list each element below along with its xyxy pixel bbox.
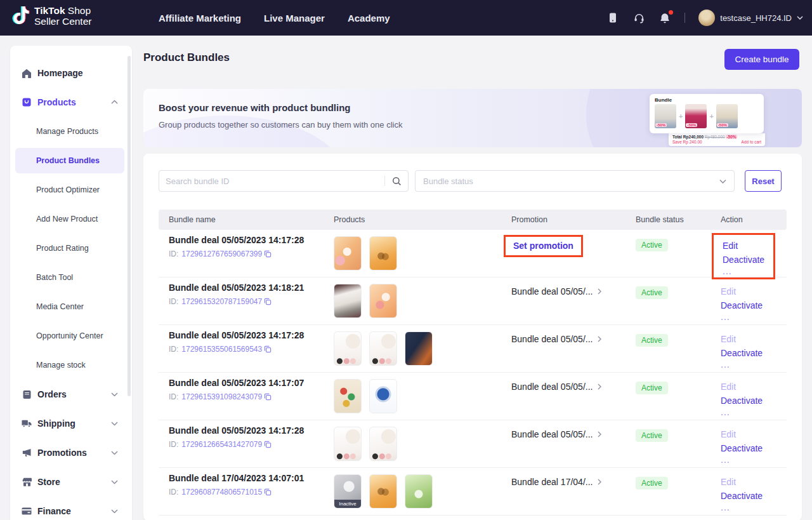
- brand-text: TikTok Shop Seller Center: [34, 5, 91, 27]
- sidebar-item-manage-stock[interactable]: Manage stock: [10, 350, 132, 380]
- edit-link[interactable]: Edit: [721, 382, 787, 392]
- sidebar-item-add-new-product[interactable]: Add New Product: [10, 204, 132, 234]
- notifications-bell-icon[interactable]: [658, 11, 671, 24]
- nav-affiliate-marketing[interactable]: Affiliate Marketing: [159, 13, 241, 23]
- sidebar-item-promotions[interactable]: Promotions: [10, 438, 132, 467]
- promotion-link[interactable]: Bundle deal 05/05/...: [511, 286, 636, 297]
- product-thumbnail: [369, 236, 397, 270]
- brand-shop: Shop: [68, 5, 91, 16]
- bundle-id: 1729608774806571015: [181, 488, 262, 497]
- old-price: Rp480,000: [705, 135, 725, 139]
- sidebar-item-media-center[interactable]: Media Center: [10, 292, 132, 321]
- copy-icon[interactable]: [264, 345, 272, 353]
- illustration-product-image: -50%: [655, 104, 676, 128]
- id-prefix: ID:: [169, 488, 178, 497]
- deactivate-link[interactable]: Deactivate: [721, 443, 787, 453]
- bundle-name: Bundle deal 05/05/2023 14:17:28: [169, 235, 334, 245]
- promotion-link[interactable]: Bundle deal 17/04/...: [511, 477, 636, 487]
- set-promotion-link[interactable]: Set promotion: [513, 241, 573, 251]
- user-account-menu[interactable]: testcase_HH724.ID: [698, 10, 803, 26]
- sidebar-item-orders[interactable]: Orders: [10, 380, 132, 409]
- table-row: Bundle deal 05/05/2023 14:17:07 ID:17296…: [159, 373, 787, 420]
- product-thumbnail: Inactive: [334, 474, 362, 509]
- nav-live-manager[interactable]: Live Manager: [264, 13, 325, 23]
- create-bundle-button[interactable]: Create bundle: [724, 49, 799, 70]
- finance-card-icon: [22, 506, 32, 516]
- more-actions-link[interactable]: ...: [721, 410, 787, 415]
- chevron-down-icon: [111, 451, 118, 455]
- sidebar-scrollbar[interactable]: [128, 56, 131, 396]
- status-badge: Active: [636, 239, 668, 251]
- inactive-tag: Inactive: [334, 500, 361, 508]
- products-cell: [334, 230, 511, 279]
- copy-icon[interactable]: [264, 298, 272, 305]
- deactivate-link[interactable]: Deactivate: [723, 255, 764, 265]
- table-header: Bundle name Products Promotion Bundle st…: [159, 210, 787, 230]
- topbar: TikTok Shop Seller Center Affiliate Mark…: [0, 0, 812, 36]
- sidebar-item-homepage[interactable]: Homepage: [10, 58, 132, 88]
- search-bundle-field: [159, 170, 409, 192]
- id-prefix: ID:: [169, 250, 178, 258]
- edit-link[interactable]: Edit: [723, 241, 764, 251]
- search-icon[interactable]: [385, 177, 408, 186]
- products-cell: [334, 420, 511, 467]
- sidebar-item-product-rating[interactable]: Product Rating: [10, 234, 132, 263]
- sidebar-item-product-bundles[interactable]: Product Bundles: [10, 146, 132, 175]
- tiktok-shop-logo[interactable]: TikTok Shop Seller Center: [11, 5, 91, 27]
- promotion-link[interactable]: Bundle deal 05/05/...: [511, 334, 636, 344]
- table-body: Bundle deal 05/05/2023 14:17:28 ID:17296…: [159, 230, 787, 516]
- chevron-right-icon: [598, 336, 601, 342]
- promo-banner: Boost your revenue with product bundling…: [143, 89, 802, 147]
- edit-link[interactable]: Edit: [721, 477, 787, 487]
- product-thumbnail: [369, 474, 397, 509]
- sidebar-item-product-optimizer[interactable]: Product Optimizer: [10, 175, 132, 204]
- reset-button[interactable]: Reset: [745, 170, 782, 192]
- copy-icon[interactable]: [264, 393, 272, 401]
- more-actions-link[interactable]: ...: [721, 505, 787, 510]
- search-input[interactable]: [159, 177, 384, 186]
- status-badge: Active: [636, 286, 668, 299]
- sidebar-item-opportunity-center[interactable]: Opportunity Center: [10, 321, 132, 350]
- sidebar-item-finance[interactable]: Finance: [10, 497, 132, 520]
- copy-icon[interactable]: [264, 488, 272, 496]
- edit-link[interactable]: Edit: [721, 334, 787, 344]
- promotion-link[interactable]: Bundle deal 05/05/...: [511, 382, 636, 392]
- promotion-link[interactable]: Bundle deal 05/05/...: [511, 429, 636, 439]
- table-row: Bundle deal 05/05/2023 14:17:28 ID:17296…: [159, 230, 787, 277]
- deactivate-link[interactable]: Deactivate: [721, 348, 787, 358]
- support-headset-icon[interactable]: [632, 11, 645, 24]
- copy-icon[interactable]: [264, 441, 272, 448]
- product-thumbnail: [369, 331, 397, 366]
- product-bundles-page: { "topbar": { "brand_bold": "TikTok", "b…: [0, 0, 812, 520]
- edit-link[interactable]: Edit: [721, 429, 787, 439]
- sidebar-item-store[interactable]: Store: [10, 467, 132, 497]
- status-badge: Active: [636, 334, 668, 347]
- edit-link[interactable]: Edit: [721, 286, 787, 297]
- chevron-right-icon: [598, 479, 601, 485]
- chevron-down-icon: [111, 422, 118, 426]
- deactivate-link[interactable]: Deactivate: [721, 300, 787, 310]
- more-actions-link[interactable]: ...: [721, 314, 787, 319]
- bundle-id: 1729612665431427079: [181, 440, 262, 449]
- product-thumbnail: [334, 427, 362, 461]
- table-row: Bundle deal 05/05/2023 14:17:28 ID:17296…: [159, 325, 787, 373]
- sidebar-item-manage-products[interactable]: Manage Products: [10, 117, 132, 146]
- sidebar-item-products[interactable]: Products: [10, 88, 132, 117]
- id-prefix: ID:: [169, 297, 178, 306]
- sidebar-item-shipping[interactable]: Shipping: [10, 409, 132, 438]
- sidebar-item-batch-tool[interactable]: Batch Tool: [10, 263, 132, 292]
- illustration-product-image: -50%: [716, 104, 738, 128]
- more-actions-link[interactable]: ...: [723, 269, 764, 274]
- plus-sign: +: [679, 112, 683, 120]
- deactivate-link[interactable]: Deactivate: [721, 491, 787, 501]
- nav-academy[interactable]: Academy: [348, 13, 390, 23]
- bundle-status-select[interactable]: Bundle status: [415, 170, 735, 192]
- brand-seller-center: Seller Center: [34, 16, 91, 27]
- copy-icon[interactable]: [264, 250, 272, 258]
- more-actions-link[interactable]: ...: [721, 362, 787, 367]
- mobile-app-icon[interactable]: [606, 11, 619, 24]
- discount-tag: -50%: [717, 123, 728, 127]
- more-actions-link[interactable]: ...: [721, 457, 787, 462]
- product-thumbnail: [369, 379, 397, 413]
- deactivate-link[interactable]: Deactivate: [721, 396, 787, 406]
